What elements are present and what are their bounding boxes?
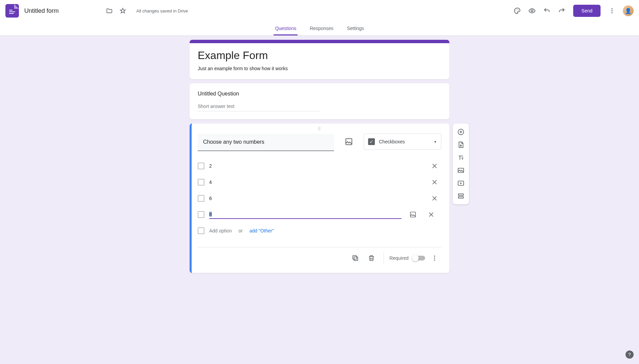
image-icon bbox=[457, 167, 465, 174]
add-option-button[interactable]: Add option bbox=[209, 228, 232, 233]
undo-icon bbox=[543, 7, 551, 15]
chevron-down-icon: ▼ bbox=[434, 140, 437, 144]
duplicate-button[interactable] bbox=[349, 251, 362, 265]
delete-button[interactable] bbox=[365, 251, 378, 265]
trash-icon bbox=[368, 254, 375, 262]
palette-icon bbox=[513, 7, 521, 15]
drag-handle[interactable]: ⠿ bbox=[198, 126, 441, 132]
image-icon bbox=[410, 211, 416, 218]
svg-point-3 bbox=[531, 10, 533, 12]
add-title-button[interactable] bbox=[453, 151, 469, 164]
svg-rect-9 bbox=[354, 257, 358, 260]
checkbox-icon bbox=[198, 179, 204, 186]
copy-icon bbox=[352, 254, 359, 262]
question-title-input[interactable] bbox=[198, 134, 334, 151]
option-label[interactable]: 6 bbox=[209, 194, 423, 202]
question-title[interactable]: Untitled Question bbox=[198, 91, 441, 97]
undo-button[interactable] bbox=[540, 4, 554, 18]
close-icon bbox=[428, 211, 435, 218]
svg-point-6 bbox=[611, 12, 612, 13]
remove-option-button[interactable] bbox=[428, 159, 441, 173]
add-option-row: Add option or add "Other" bbox=[198, 223, 441, 239]
question-footer: Required bbox=[198, 247, 441, 265]
import-icon bbox=[457, 141, 465, 148]
form-title[interactable]: Example Form bbox=[198, 49, 441, 62]
option-row: 6 bbox=[198, 190, 441, 206]
plus-circle-icon bbox=[457, 128, 465, 136]
more-vert-icon bbox=[431, 255, 438, 261]
add-question-button[interactable] bbox=[453, 125, 469, 138]
remove-option-button[interactable] bbox=[428, 192, 441, 205]
account-avatar[interactable]: 👤 bbox=[623, 5, 634, 16]
more-button[interactable] bbox=[605, 4, 619, 18]
forms-app-icon[interactable] bbox=[5, 4, 19, 18]
video-icon bbox=[457, 179, 465, 187]
image-icon bbox=[345, 138, 353, 146]
tab-settings[interactable]: Settings bbox=[345, 22, 365, 35]
svg-rect-17 bbox=[459, 194, 464, 196]
app-header: All changes saved in Drive Send 👤 bbox=[0, 0, 639, 22]
star-icon bbox=[119, 7, 126, 14]
close-icon bbox=[431, 179, 438, 186]
checkbox-type-icon: ✓ bbox=[368, 138, 375, 145]
svg-rect-18 bbox=[459, 197, 464, 198]
save-status: All changes saved in Drive bbox=[136, 8, 188, 13]
svg-point-13 bbox=[434, 259, 435, 260]
question-type-label: Checkboxes bbox=[379, 139, 429, 144]
close-icon bbox=[431, 195, 438, 202]
option-label[interactable]: 4 bbox=[209, 178, 423, 186]
svg-rect-7 bbox=[346, 139, 352, 145]
question-card-short-answer[interactable]: Untitled Question Short answer text bbox=[190, 83, 449, 119]
svg-point-12 bbox=[434, 257, 435, 258]
redo-icon bbox=[558, 7, 565, 15]
customize-theme-button[interactable] bbox=[510, 4, 524, 18]
option-row-editing bbox=[198, 206, 441, 223]
required-toggle[interactable] bbox=[413, 256, 425, 260]
option-row: 4 bbox=[198, 174, 441, 190]
add-section-button[interactable] bbox=[453, 190, 469, 202]
checkbox-icon bbox=[198, 163, 204, 169]
svg-rect-10 bbox=[353, 256, 357, 259]
checkbox-icon bbox=[198, 211, 204, 218]
option-label[interactable]: 2 bbox=[209, 162, 423, 170]
form-header-card[interactable]: Example Form Just an example form to sho… bbox=[190, 40, 449, 79]
svg-point-2 bbox=[518, 10, 519, 10]
or-text: or bbox=[239, 228, 243, 233]
eye-icon bbox=[528, 7, 536, 15]
form-description[interactable]: Just an example form to show how it work… bbox=[198, 66, 441, 71]
question-card-checkboxes[interactable]: ⠿ ✓ Checkboxes ▼ 2 4 bbox=[190, 123, 449, 273]
add-other-button[interactable]: add "Other" bbox=[249, 228, 274, 233]
add-video-button[interactable] bbox=[453, 177, 469, 190]
floating-toolbar bbox=[453, 123, 469, 204]
star-button[interactable] bbox=[116, 4, 130, 18]
svg-rect-8 bbox=[411, 212, 416, 217]
checkbox-icon bbox=[198, 195, 204, 202]
option-input[interactable] bbox=[209, 210, 401, 219]
svg-point-11 bbox=[434, 256, 435, 257]
form-name-input[interactable] bbox=[24, 7, 103, 15]
folder-icon bbox=[106, 7, 113, 14]
question-type-dropdown[interactable]: ✓ Checkboxes ▼ bbox=[364, 134, 441, 150]
tab-questions[interactable]: Questions bbox=[274, 22, 298, 35]
form-canvas: Example Form Just an example form to sho… bbox=[190, 40, 449, 290]
add-image-button-toolbar[interactable] bbox=[453, 164, 469, 177]
option-row: 2 bbox=[198, 158, 441, 174]
svg-point-4 bbox=[611, 8, 612, 9]
svg-point-1 bbox=[517, 9, 518, 10]
svg-point-0 bbox=[516, 10, 517, 10]
option-image-button[interactable] bbox=[406, 208, 420, 221]
required-label: Required bbox=[389, 255, 409, 261]
add-image-button[interactable] bbox=[341, 134, 357, 150]
remove-option-button[interactable] bbox=[428, 175, 441, 189]
redo-button[interactable] bbox=[555, 4, 568, 18]
move-to-folder-button[interactable] bbox=[103, 4, 116, 18]
more-vert-icon bbox=[609, 7, 615, 14]
svg-point-5 bbox=[611, 10, 612, 11]
question-more-button[interactable] bbox=[428, 251, 441, 265]
import-questions-button[interactable] bbox=[453, 138, 469, 151]
close-icon bbox=[431, 163, 438, 169]
send-button[interactable]: Send bbox=[573, 5, 601, 17]
remove-option-button[interactable] bbox=[424, 208, 438, 221]
tab-responses[interactable]: Responses bbox=[308, 22, 335, 35]
preview-button[interactable] bbox=[525, 4, 539, 18]
